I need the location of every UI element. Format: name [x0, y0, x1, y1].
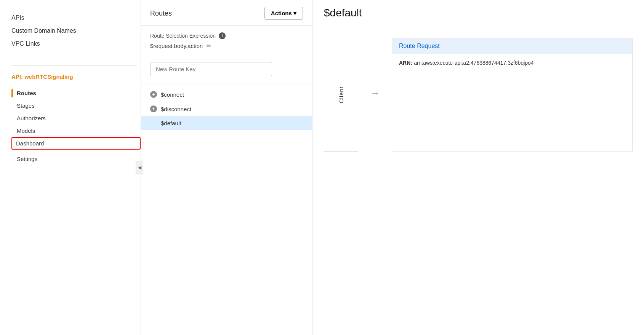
arrow-icon: → [370, 87, 380, 99]
add-icon-disconnect: + [150, 105, 157, 112]
route-label-connect: $connect [161, 91, 184, 98]
add-icon-connect: + [150, 91, 157, 98]
collapse-button[interactable]: ◀ [136, 161, 143, 174]
panel-header: Routes Actions ▾ [141, 0, 312, 26]
route-label-disconnect: $disconnect [161, 106, 191, 112]
client-label: Client [338, 86, 344, 103]
route-request-body: ARN: arn:aws:execute-api:a2:476388674417… [392, 54, 632, 71]
sidebar-item-models[interactable]: Models [11, 124, 141, 137]
sidebar-divider [11, 65, 137, 66]
routes-list: + $connect + $disconnect $default [141, 83, 312, 335]
api-name: webRTCSignaling [24, 73, 73, 80]
sidebar-item-stages[interactable]: Stages [11, 99, 141, 112]
route-item-connect[interactable]: + $connect [141, 87, 312, 102]
arn-label: ARN: [399, 60, 412, 66]
route-selection-label-text: Route Selection Expression [150, 33, 216, 39]
sidebar-top-nav: APIs Custom Domain Names VPC Links [11, 11, 141, 50]
route-request-panel: Route Request ARN: arn:aws:execute-api:a… [392, 38, 633, 152]
sidebar-item-vpc-links[interactable]: VPC Links [11, 37, 141, 50]
client-box: Client [324, 38, 358, 152]
arrow-right: → [370, 87, 380, 99]
main-content: $default Client → Route Request ARN: arn… [312, 0, 644, 335]
diagram-area: Client → Route Request ARN: arn:aws:exec… [312, 26, 644, 335]
sidebar-item-apis[interactable]: APIs [11, 11, 141, 24]
info-icon[interactable]: i [219, 32, 226, 39]
sidebar-item-dashboard[interactable]: Dashboard [11, 137, 141, 150]
route-expression-row: $request.body.action ✏ [150, 42, 303, 49]
route-request-header: Route Request [392, 38, 632, 54]
new-route-key-input[interactable] [150, 62, 272, 76]
sidebar-item-routes[interactable]: Routes [11, 87, 141, 99]
route-expression-value: $request.body.action [150, 43, 203, 49]
new-route-key-section [141, 55, 312, 83]
route-item-disconnect[interactable]: + $disconnect [141, 102, 312, 116]
panel-title: Routes [150, 10, 172, 18]
sidebar-item-authorizers[interactable]: Authorizers [11, 112, 141, 124]
sidebar-item-custom-domain-names[interactable]: Custom Domain Names [11, 24, 141, 37]
api-label: API: webRTCSignaling [11, 73, 141, 80]
middle-panel: ◀ Routes Actions ▾ Route Selection Expre… [141, 0, 312, 335]
route-selection-section: Route Selection Expression i $request.bo… [141, 26, 312, 55]
sidebar: APIs Custom Domain Names VPC Links API: … [0, 0, 141, 335]
sidebar-item-settings[interactable]: Settings [11, 153, 141, 165]
route-selection-label: Route Selection Expression i [150, 32, 303, 39]
arn-value: arn:aws:execute-api:a2:476388674417:3zf6… [414, 60, 533, 66]
edit-icon[interactable]: ✏ [207, 42, 211, 49]
route-label-default: $default [161, 120, 181, 126]
actions-button[interactable]: Actions ▾ [264, 7, 303, 20]
api-label-prefix: API: [11, 73, 24, 80]
route-request-title: Route Request [399, 43, 440, 49]
route-item-default[interactable]: $default [141, 116, 312, 130]
main-title: $default [312, 0, 644, 26]
